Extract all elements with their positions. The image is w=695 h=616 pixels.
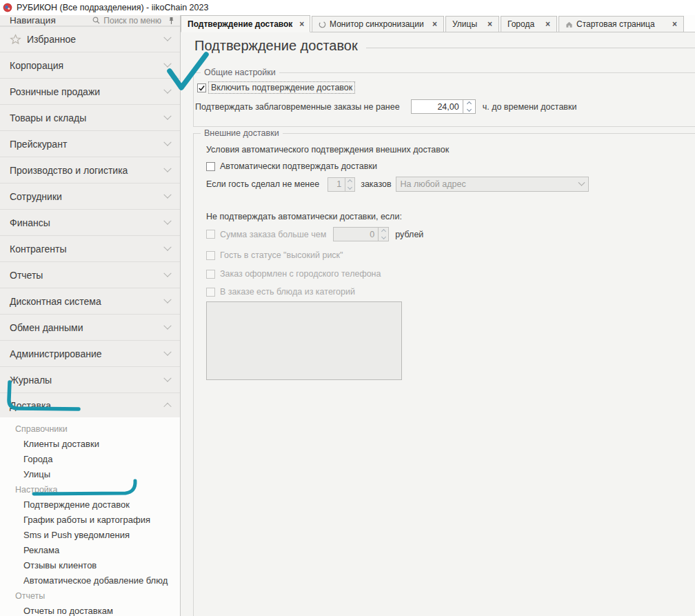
sync-icon [319,21,326,28]
advance-orders-label: Подтверждать заблаговременные заказы не … [195,102,400,112]
tab-podtverzhdenie-dostavok[interactable]: Подтверждение доставок × [181,15,310,32]
tab-monitor-sinkhronizatsii[interactable]: Монитор синхронизации × [312,16,444,32]
sidebar-item-label: Контрагенты [10,244,165,255]
tab-ulitsy[interactable]: Улицы × [445,16,499,32]
close-icon[interactable]: × [671,19,678,29]
sidebar-item-roznichnye-prodazhi[interactable]: Розничные продажи [0,79,180,105]
group-external-deliveries: Внешние доставки Условия автоматического… [193,133,695,616]
menu-search-input[interactable]: Поиск по меню [92,16,161,26]
dostavka-submenu: Справочники Клиенты доставки Города Улиц… [0,417,180,616]
pin-sidebar-button[interactable] [168,17,174,25]
chevron-down-icon [578,179,585,186]
sidebar-item-sotrudniki[interactable]: Сотрудники [0,183,180,210]
enable-confirmation-label: Включить подтверждение доставок [209,82,354,93]
dish-categories-listbox [206,301,402,380]
advance-hours-input[interactable]: 24,00 [411,99,463,114]
sidebar-item-label: Избранное [27,34,165,45]
chevron-down-icon [163,59,171,67]
submenu-item-avtomaticheskoe-dobavlenie[interactable]: Автоматическое добавление блюд [0,573,180,588]
submenu-item-goroda[interactable]: Города [0,452,180,467]
sidebar-item-preyskurant[interactable]: Прейскурант [0,131,180,157]
submenu-item-klienty-dostavki[interactable]: Клиенты доставки [0,437,180,452]
pin-icon [168,17,174,25]
sidebar-header: Навигация Поиск по меню [0,15,180,26]
order-sum-label: Сумма заказа больше чем [220,230,326,239]
sidebar-item-tovary-i-sklady[interactable]: Товары и склады [0,105,180,131]
enable-confirmation-checkbox[interactable] [197,83,206,92]
high-risk-label: Гость в статусе "высокий риск" [220,250,343,260]
min-orders-label: Если гость сделал не менее [206,179,319,189]
chevron-down-icon [163,243,171,250]
sidebar-item-label: Сотрудники [10,191,165,202]
sidebar-item-label: Администрирование [10,348,165,359]
close-icon[interactable]: × [486,19,494,29]
submenu-item-ulitsy[interactable]: Улицы [0,467,180,482]
high-risk-checkbox [206,251,215,260]
chevron-down-icon [163,164,171,172]
tab-label: Стартовая страница [576,19,665,29]
sidebar-item-label: Производство и логистика [10,165,165,176]
sidebar-item-label: Прейскурант [10,139,165,150]
chevron-down-icon [163,190,171,198]
submenu-item-otchety-po-dostavkam[interactable]: Отчеты по доставкам [0,604,180,616]
sidebar-item-label: Обмен данными [10,322,165,333]
tab-label: Подтверждение доставок [188,19,292,29]
group-label: Общие настройки [201,68,279,77]
navigation-sidebar: Навигация Поиск по меню Избранное Корпор… [0,15,181,616]
sidebar-item-zhurnaly[interactable]: Журналы [0,367,180,393]
submenu-item-sms-push[interactable]: Sms и Push уведомления [0,528,180,543]
exceptions-header-label: Не подтверждать автоматически доставки, … [206,212,695,221]
submenu-item-reklama[interactable]: Реклама [0,543,180,558]
sidebar-item-korporatsiya[interactable]: Корпорация [0,52,180,79]
window-title: РУБИКОН (Все подразделения) - iikoChain … [17,3,208,12]
chevron-down-icon [163,269,171,277]
close-icon[interactable]: × [431,19,439,29]
sidebar-item-dostavka[interactable]: Доставка [0,393,180,417]
dish-categories-label: В заказе есть блюда из категорий [220,287,355,297]
sidebar-item-izbrannoe[interactable]: Избранное [0,26,180,52]
settings-page: Подтверждение доставок Общие настройки В… [181,32,695,616]
sidebar-item-label: Отчеты [10,270,165,281]
sidebar-item-label: Финансы [10,217,165,228]
sidebar-item-label: Розничные продажи [10,86,165,97]
auto-confirm-checkbox[interactable] [206,162,215,171]
address-type-value: На любой адрес [401,179,466,189]
close-icon[interactable]: × [544,19,552,29]
chevron-up-icon [163,402,171,410]
close-icon[interactable]: × [298,19,305,29]
chevron-down-icon [163,34,171,41]
order-sum-checkbox [206,230,215,239]
chevron-down-icon [163,86,171,93]
address-type-combobox: На любой адрес [396,177,589,192]
tab-label: Улицы [452,19,477,29]
submenu-item-podtverzhdenie-dostavok[interactable]: Подтверждение доставок [0,497,180,513]
content-area: Подтверждение доставок × Монитор синхрон… [181,15,695,616]
sidebar-item-label: Корпорация [10,60,165,71]
submenu-item-otzyvy-klientov[interactable]: Отзывы клиентов [0,558,180,573]
sidebar-item-proizvodstvo[interactable]: Производство и логистика [0,157,180,183]
tab-label: Монитор синхронизации [330,19,425,29]
submenu-group-nastroyka: Настройка [0,482,180,497]
tab-label: Города [507,19,534,29]
order-sum-input: 0 [333,227,379,241]
sidebar-item-label: Доставка [10,400,165,411]
sidebar-item-label: Журналы [10,375,165,386]
sidebar-item-finansy[interactable]: Финансы [0,210,180,236]
menu-search-placeholder: Поиск по меню [103,16,161,26]
sidebar-item-obmen-dannymi[interactable]: Обмен данными [0,315,180,341]
chevron-down-icon [163,112,171,119]
sidebar-item-diskontnaya-sistema[interactable]: Дисконтная система [0,288,180,315]
sidebar-item-kontragenty[interactable]: Контрагенты [0,236,180,262]
order-sum-spinner [379,227,389,241]
sidebar-section-list: Избранное Корпорация Розничные продажи Т… [0,26,180,417]
advance-hours-spinner[interactable] [463,99,476,114]
sidebar-item-otchety[interactable]: Отчеты [0,262,180,288]
tab-goroda[interactable]: Города × [501,16,557,32]
chevron-down-icon [163,374,171,381]
tab-startovaya-stranitsa[interactable]: Стартовая страница × [558,16,684,32]
star-icon [10,34,21,45]
sidebar-item-administrirovanie[interactable]: Администрирование [0,341,180,367]
submenu-item-grafik-raboty[interactable]: График работы и картография [0,513,180,528]
auto-confirm-label: Автоматически подтверждать доставки [220,161,377,171]
chevron-down-icon [163,138,171,146]
